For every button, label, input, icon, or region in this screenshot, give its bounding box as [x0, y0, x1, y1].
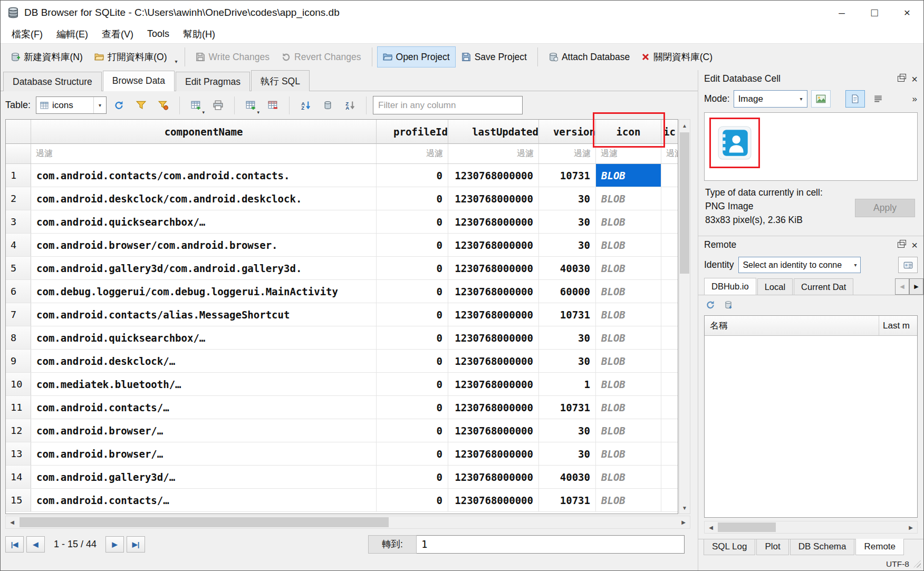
scroll-up-icon[interactable]: ▲ — [679, 120, 690, 131]
cell-partial[interactable] — [661, 419, 678, 442]
encoding-button[interactable] — [318, 95, 338, 115]
cell-profileid[interactable]: 0 — [377, 187, 448, 210]
row-number[interactable]: 11 — [6, 396, 31, 419]
cell-icon[interactable]: BLOB — [596, 164, 661, 187]
filter-cell-version[interactable]: 過濾 — [539, 144, 596, 163]
filter-cell-componentname[interactable]: 過濾 — [31, 144, 377, 163]
remote-horizontal-scrollbar[interactable]: ◀ ▶ — [704, 521, 918, 534]
remote-tab-local[interactable]: Local — [757, 278, 793, 295]
row-number[interactable]: 3 — [6, 210, 31, 233]
cell-lastupdated[interactable]: 1230768000000 — [448, 419, 539, 442]
open-project-button[interactable]: Open Project — [377, 46, 456, 67]
row-number[interactable]: 12 — [6, 419, 31, 442]
cell-lastupdated[interactable]: 1230768000000 — [448, 234, 539, 256]
cell-icon[interactable]: BLOB — [596, 326, 661, 349]
column-header-componentname[interactable]: componentName — [31, 120, 377, 144]
cell-lastupdated[interactable]: 1230768000000 — [448, 489, 539, 511]
cell-componentname[interactable]: com.android.quicksearchbox/… — [31, 210, 377, 233]
remote-list-body[interactable] — [705, 336, 917, 517]
previous-page-button[interactable]: ◀ — [26, 536, 45, 553]
sort-desc-button[interactable]: ZA — [340, 95, 360, 115]
export-table-button[interactable]: ▾ — [186, 95, 206, 115]
menu-help[interactable]: 幫助(H) — [176, 25, 222, 43]
scroll-down-icon[interactable]: ▼ — [679, 502, 690, 514]
row-number[interactable]: 2 — [6, 187, 31, 210]
minimize-button[interactable]: – — [825, 1, 858, 25]
cell-version[interactable]: 40030 — [539, 257, 596, 279]
cell-partial[interactable] — [661, 303, 678, 326]
row-number[interactable]: 14 — [6, 466, 31, 488]
save-filter-button[interactable] — [153, 95, 173, 115]
close-database-button[interactable]: 關閉資料庫(C) — [636, 46, 718, 67]
cell-version[interactable]: 30 — [539, 187, 596, 210]
filter-cell-partial[interactable]: 過濾 — [661, 144, 678, 163]
cell-lastupdated[interactable]: 1230768000000 — [448, 280, 539, 303]
scroll-right-icon[interactable]: ▶ — [677, 519, 690, 525]
goto-button[interactable]: 轉到: — [368, 535, 417, 554]
cell-partial[interactable] — [661, 280, 678, 303]
cell-icon[interactable]: BLOB — [596, 257, 661, 279]
cell-lastupdated[interactable]: 1230768000000 — [448, 350, 539, 372]
refresh-table-button[interactable] — [109, 95, 129, 115]
cell-profileid[interactable]: 0 — [377, 257, 448, 279]
row-number[interactable]: 13 — [6, 442, 31, 465]
mode-select[interactable]: Image ▾ — [734, 90, 807, 108]
filter-cell-icon[interactable]: 過濾 — [596, 144, 661, 163]
menu-edit[interactable]: 編輯(E) — [50, 25, 95, 43]
cell-partial[interactable] — [661, 210, 678, 233]
cell-profileid[interactable]: 0 — [377, 489, 448, 511]
tab-execute-sql[interactable]: 執行 SQL — [251, 70, 310, 91]
row-number[interactable]: 10 — [6, 373, 31, 395]
column-header-partial[interactable]: ic — [661, 120, 678, 144]
cell-profileid[interactable]: 0 — [377, 396, 448, 419]
row-number[interactable]: 8 — [6, 326, 31, 349]
clear-filters-button[interactable] — [131, 95, 151, 115]
row-number[interactable]: 4 — [6, 234, 31, 256]
row-number[interactable]: 1 — [6, 164, 31, 187]
cell-partial[interactable] — [661, 466, 678, 488]
import-export-image-button[interactable] — [811, 90, 831, 108]
filter-cell-lastupdated[interactable]: 過濾 — [448, 144, 539, 163]
column-header-icon[interactable]: icon — [596, 120, 661, 144]
scroll-left-icon[interactable]: ◀ — [705, 525, 717, 530]
dock-tab-sql-log[interactable]: SQL Log — [704, 539, 755, 555]
cell-componentname[interactable]: com.android.contacts/alias.MessageShortc… — [31, 303, 377, 326]
dock-tab-db-schema[interactable]: DB Schema — [790, 539, 855, 555]
filter-any-column-input[interactable] — [373, 96, 523, 114]
cell-icon[interactable]: BLOB — [596, 419, 661, 442]
attach-database-button[interactable]: Attach Database — [543, 46, 636, 67]
cell-icon[interactable]: BLOB — [596, 466, 661, 488]
cell-icon[interactable]: BLOB — [596, 280, 661, 303]
cell-partial[interactable] — [661, 187, 678, 210]
grid-vertical-scrollbar[interactable]: ▲ ▼ — [679, 119, 690, 514]
scroll-left-icon[interactable]: ◀ — [6, 519, 18, 525]
cell-version[interactable]: 30 — [539, 419, 596, 442]
delete-record-button[interactable] — [263, 95, 283, 115]
dock-tab-remote[interactable]: Remote — [855, 539, 904, 555]
goto-record-input[interactable] — [417, 535, 685, 554]
cell-icon[interactable]: BLOB — [596, 489, 661, 511]
cell-version[interactable]: 30 — [539, 326, 596, 349]
cell-componentname[interactable]: com.android.deskclock/… — [31, 350, 377, 372]
clone-database-icon[interactable] — [724, 300, 733, 309]
cell-partial[interactable] — [661, 396, 678, 419]
cell-componentname[interactable]: com.android.browser/… — [31, 419, 377, 442]
import-identity-button[interactable] — [898, 257, 918, 273]
dock-tab-plot[interactable]: Plot — [756, 539, 788, 555]
scroll-right-icon[interactable]: ▶ — [904, 525, 917, 530]
cell-componentname[interactable]: com.android.gallery3d/com.android.galler… — [31, 257, 377, 279]
cell-lastupdated[interactable]: 1230768000000 — [448, 396, 539, 419]
tab-scroll-right-icon[interactable]: ▶ — [909, 278, 923, 295]
cell-icon[interactable]: BLOB — [596, 373, 661, 395]
apply-button[interactable]: Apply — [855, 199, 915, 217]
cell-icon[interactable]: BLOB — [596, 187, 661, 210]
grid-horizontal-scrollbar[interactable]: ◀ ▶ — [5, 516, 690, 529]
tab-scroll-left-icon[interactable]: ◀ — [895, 278, 909, 295]
cell-lastupdated[interactable]: 1230768000000 — [448, 187, 539, 210]
tab-edit-pragmas[interactable]: Edit Pragmas — [176, 72, 250, 91]
scrollbar-thumb[interactable] — [20, 517, 389, 527]
row-number[interactable]: 6 — [6, 280, 31, 303]
cell-icon[interactable]: BLOB — [596, 303, 661, 326]
scrollbar-thumb[interactable] — [718, 522, 776, 532]
cell-version[interactable]: 1 — [539, 373, 596, 395]
